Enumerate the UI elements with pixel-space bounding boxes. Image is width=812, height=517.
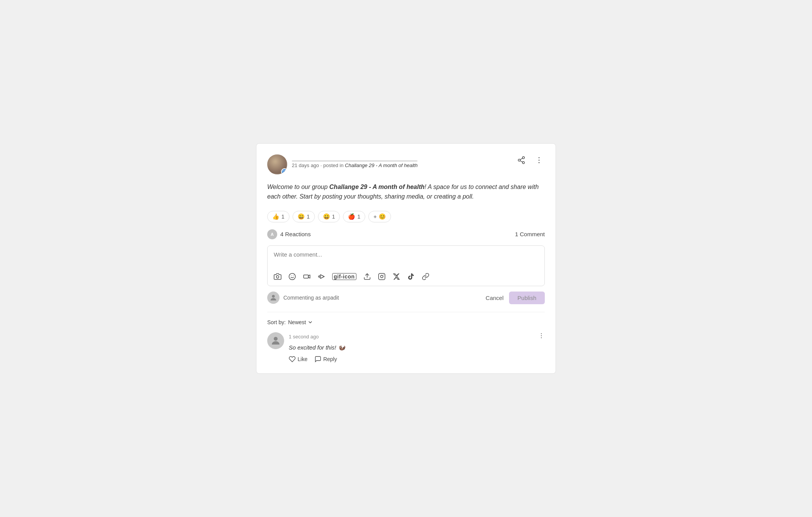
commenting-as-right: Cancel Publish: [486, 292, 545, 304]
instagram-icon[interactable]: [378, 273, 386, 280]
sort-label: Sort by:: [267, 319, 286, 325]
post-card: 🛡 21 days ago · posted in Challange 29 -…: [256, 143, 556, 374]
comment-input[interactable]: [274, 251, 538, 265]
reply-button[interactable]: Reply: [314, 356, 337, 363]
svg-point-7: [539, 162, 540, 163]
svg-point-21: [541, 333, 542, 334]
chevron-down-icon: [308, 320, 313, 325]
commenting-as-label: Commenting as arpadit: [283, 295, 339, 301]
divider: [267, 312, 545, 312]
reactions-count: 4 Reactions: [280, 231, 311, 237]
svg-rect-17: [378, 273, 385, 280]
reaction-laugh[interactable]: 😄 1: [318, 211, 340, 222]
reply-label: Reply: [323, 356, 337, 362]
reactor-avatar: A: [267, 229, 277, 239]
svg-line-3: [520, 161, 522, 162]
svg-point-19: [272, 295, 275, 298]
add-reaction-button[interactable]: + 😊: [368, 211, 391, 222]
svg-point-8: [276, 275, 279, 278]
comment-actions: Like Reply: [289, 356, 545, 363]
publish-button[interactable]: Publish: [509, 292, 545, 304]
reaction-apple[interactable]: 🍎 1: [343, 211, 365, 222]
svg-point-9: [289, 273, 296, 280]
video-icon[interactable]: [303, 273, 311, 280]
post-username: [292, 160, 418, 162]
reactions-row: 👍 1 😀 1 😄 1 🍎 1 + 😊: [267, 211, 545, 222]
upload-icon[interactable]: [363, 273, 371, 280]
svg-line-4: [520, 158, 522, 160]
commenter-avatar: [267, 292, 280, 304]
twitter-icon[interactable]: [393, 273, 400, 280]
comment-text: So excited for this! 🦦: [289, 343, 545, 352]
post-header-right: [516, 154, 545, 166]
soundcloud-icon[interactable]: [318, 273, 325, 280]
commenting-as: Commenting as arpadit Cancel Publish: [267, 292, 545, 304]
comments-count: 1 Comment: [515, 231, 545, 237]
avatar: 🛡: [267, 154, 287, 174]
reply-action-icon: [314, 356, 321, 363]
comment-item: 1 second ago So excited for this! 🦦 Like: [267, 332, 545, 363]
svg-point-22: [541, 335, 542, 336]
post-header: 🛡 21 days ago · posted in Challange 29 -…: [267, 154, 545, 174]
cancel-button[interactable]: Cancel: [486, 295, 504, 301]
svg-point-5: [539, 157, 540, 158]
comment-content: 1 second ago So excited for this! 🦦 Like: [289, 332, 545, 363]
tiktok-icon[interactable]: [407, 273, 415, 280]
share-button[interactable]: [516, 154, 527, 166]
reaction-smile[interactable]: 😀 1: [293, 211, 315, 222]
camera-icon[interactable]: [274, 273, 281, 280]
reactions-summary-left: A 4 Reactions: [267, 229, 311, 239]
post-timestamp: 21 days ago · posted in Challange 29 - A…: [292, 162, 418, 168]
sort-bar: Sort by: Newest: [267, 319, 545, 325]
reaction-thumbsup[interactable]: 👍 1: [267, 211, 290, 222]
like-label: Like: [298, 356, 308, 362]
svg-point-20: [274, 337, 278, 341]
reactions-summary: A 4 Reactions 1 Comment: [267, 229, 545, 239]
sort-value: Newest: [288, 319, 306, 325]
sort-dropdown[interactable]: Newest: [288, 319, 313, 325]
post-header-left: 🛡 21 days ago · posted in Challange 29 -…: [267, 154, 418, 174]
comment-header: 1 second ago: [289, 332, 545, 341]
svg-rect-12: [304, 275, 309, 278]
heart-icon: [289, 356, 296, 363]
like-button[interactable]: Like: [289, 356, 308, 363]
comment-input-box: gif-icon: [267, 245, 545, 286]
comment-time: 1 second ago: [289, 334, 319, 340]
more-options-button[interactable]: [533, 154, 545, 166]
gif-icon[interactable]: gif-icon: [332, 273, 356, 280]
comment-avatar: [267, 332, 284, 349]
svg-point-6: [539, 159, 540, 161]
commenting-as-left: Commenting as arpadit: [267, 292, 339, 304]
emoji-icon[interactable]: [288, 273, 296, 280]
svg-marker-13: [308, 275, 310, 278]
post-body: Welcome to our group Challange 29 - A mo…: [267, 182, 545, 202]
comment-more-button[interactable]: [538, 332, 545, 341]
post-meta: 21 days ago · posted in Challange 29 - A…: [292, 160, 418, 168]
shield-badge: 🛡: [281, 168, 287, 174]
svg-point-23: [541, 337, 542, 338]
link-icon[interactable]: [422, 273, 429, 280]
comment-toolbar: gif-icon: [274, 273, 538, 280]
